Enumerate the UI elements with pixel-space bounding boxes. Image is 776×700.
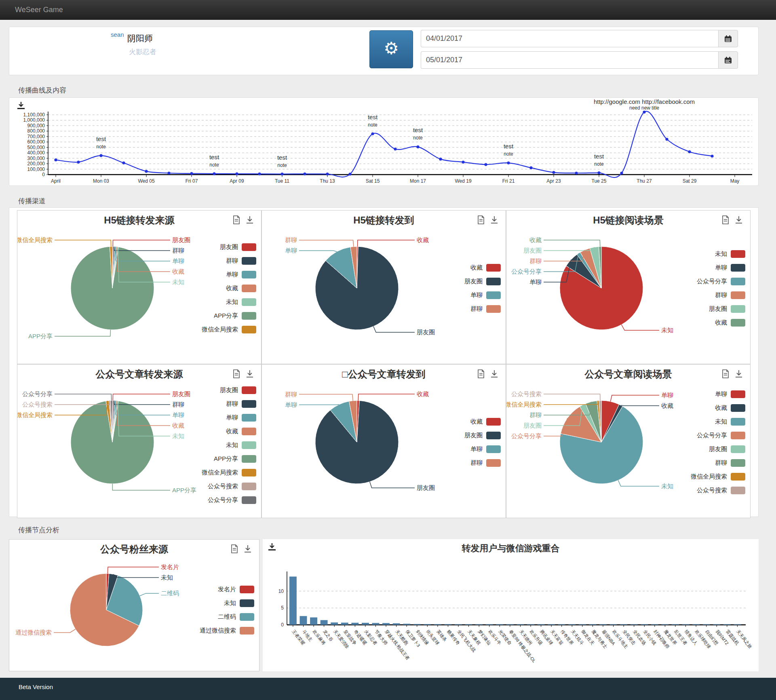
end-date-calendar-button[interactable]	[718, 51, 738, 69]
legend-item[interactable]: 公众号搜索	[202, 479, 256, 493]
legend-swatch	[731, 278, 745, 285]
legend-item[interactable]: 二维码	[200, 610, 254, 624]
download-icon[interactable]	[490, 215, 498, 224]
legend-item[interactable]: 单聊	[464, 288, 501, 302]
start-date-input[interactable]	[421, 30, 718, 47]
svg-text:need new title: need new title	[629, 105, 659, 111]
legend-item[interactable]: 公众号分享	[697, 274, 745, 288]
legend-item[interactable]: 公众号分享	[202, 493, 256, 507]
legend-item[interactable]: 群聊	[691, 456, 745, 470]
svg-text:200,000: 200,000	[27, 161, 45, 167]
svg-text:0: 0	[42, 172, 45, 177]
legend-item[interactable]: 单聊	[691, 387, 745, 401]
download-icon[interactable]	[735, 215, 743, 224]
svg-text:900,000: 900,000	[27, 123, 45, 129]
settings-button[interactable]: ⚙	[369, 30, 413, 68]
data-view-icon[interactable]	[233, 369, 240, 378]
pie-legend[interactable]: 单聊收藏未知公众号分享朋友圈群聊微信全局搜索公众号搜索	[691, 387, 745, 497]
legend-item[interactable]: 群聊	[697, 288, 745, 302]
svg-text:公众号分享: 公众号分享	[511, 432, 542, 439]
legend-item[interactable]: 未知	[202, 295, 256, 309]
pie-legend[interactable]: 发名片未知二维码通过微信搜索	[200, 582, 254, 637]
pie-legend[interactable]: 未知单聊公众号分享群聊朋友圈收藏	[697, 247, 745, 329]
legend-item[interactable]: 群聊	[202, 254, 256, 268]
legend-item[interactable]: APP分享	[202, 309, 256, 323]
legend-swatch	[486, 264, 501, 272]
legend-swatch	[731, 305, 745, 313]
svg-text:微信全局搜索: 微信全局搜索	[17, 236, 53, 243]
legend-item[interactable]: 未知	[200, 596, 254, 610]
legend-swatch	[731, 487, 745, 494]
legend-item[interactable]: 未知	[697, 247, 745, 261]
legend-item[interactable]: 朋友圈	[202, 240, 256, 254]
legend-swatch	[242, 414, 256, 422]
legend-item[interactable]: 收藏	[697, 316, 745, 329]
data-view-icon[interactable]	[477, 215, 485, 224]
legend-item[interactable]: 收藏	[202, 281, 256, 295]
download-icon[interactable]	[246, 369, 254, 378]
download-icon[interactable]	[490, 369, 498, 378]
pie-legend[interactable]: 收藏朋友圈单聊群聊	[464, 415, 501, 470]
data-view-icon[interactable]	[233, 215, 240, 224]
data-view-icon[interactable]	[477, 369, 485, 378]
panel-h5-forward-source: H5链接转发来源 朋友圈群聊单聊收藏未知微信全局搜索APP分享 朋友圈群聊单聊收…	[17, 210, 261, 364]
legend-item[interactable]: 朋友圈	[464, 274, 501, 288]
svg-text:群聊: 群聊	[529, 257, 542, 264]
data-view-icon[interactable]	[722, 369, 729, 378]
brand-link[interactable]: WeSeer Game	[15, 0, 63, 19]
legend-item[interactable]: 微信全局搜索	[691, 470, 745, 483]
legend-item[interactable]: 收藏	[464, 415, 501, 428]
data-view-icon[interactable]	[722, 215, 729, 224]
save-image-icon[interactable]	[17, 101, 25, 110]
legend-item[interactable]: 未知	[691, 415, 745, 428]
legend-item[interactable]: 收藏	[464, 261, 501, 274]
legend-item[interactable]: 公众号分享	[691, 428, 745, 442]
svg-text:群聊: 群聊	[172, 247, 184, 254]
legend-item[interactable]: 群聊	[464, 456, 501, 470]
svg-text:10: 10	[278, 588, 284, 594]
legend-item[interactable]: 朋友圈	[691, 442, 745, 456]
legend-item[interactable]: 群聊	[464, 302, 501, 316]
legend-item[interactable]: 朋友圈	[202, 383, 256, 397]
download-icon[interactable]	[735, 369, 743, 378]
legend-item[interactable]: 单聊	[202, 268, 256, 281]
start-date-calendar-button[interactable]	[718, 30, 738, 47]
legend-swatch	[242, 326, 256, 333]
legend-item[interactable]: 微信全局搜索	[202, 323, 256, 336]
pie-legend[interactable]: 朋友圈群聊单聊收藏未知APP分享微信全局搜索公众号搜索公众号分享	[202, 383, 256, 507]
legend-item[interactable]: 单聊	[202, 411, 256, 424]
legend-item[interactable]: 单聊	[697, 261, 745, 274]
data-view-icon[interactable]	[231, 544, 238, 553]
svg-text:Wed 05: Wed 05	[138, 178, 154, 184]
svg-text:单聊: 单聊	[285, 401, 297, 408]
legend-item[interactable]: 群聊	[202, 397, 256, 411]
legend-item[interactable]: APP分享	[202, 452, 256, 466]
legend-label: 公众号分享	[208, 496, 238, 504]
panel-icons	[233, 369, 254, 378]
legend-swatch	[242, 441, 256, 449]
svg-text:收藏: 收藏	[417, 390, 429, 397]
legend-item[interactable]: 收藏	[691, 401, 745, 415]
pie-legend[interactable]: 收藏朋友圈单聊群聊	[464, 261, 501, 316]
legend-item[interactable]: 通过微信搜索	[200, 624, 254, 637]
svg-text:未知: 未知	[661, 327, 673, 333]
end-date-input[interactable]	[421, 51, 718, 69]
game-overlap-bar-chart: 0510王者荣耀斗地主欢乐麻将龙之谷天天爱消除皇室战争奇迹暖暖火影忍者节奏大师穿…	[263, 555, 758, 671]
svg-text:April: April	[51, 178, 61, 184]
legend-item[interactable]: 单聊	[464, 442, 501, 456]
legend-item[interactable]: 微信全局搜索	[202, 466, 256, 479]
pie-legend[interactable]: 朋友圈群聊单聊收藏未知APP分享微信全局搜索	[202, 240, 256, 336]
game-title-secondary[interactable]: 火影忍者	[129, 47, 156, 57]
legend-item[interactable]: 收藏	[202, 424, 256, 438]
download-icon[interactable]	[246, 215, 254, 224]
legend-item[interactable]: 发名片	[200, 582, 254, 596]
download-icon[interactable]	[244, 544, 252, 553]
footer-version-label: Beta Version	[19, 683, 53, 690]
svg-text:500,000: 500,000	[27, 145, 45, 150]
legend-item[interactable]: 公众号搜索	[691, 483, 745, 497]
legend-item[interactable]: 未知	[202, 438, 256, 452]
legend-item[interactable]: 朋友圈	[464, 428, 501, 442]
svg-text:单聊: 单聊	[172, 411, 184, 418]
legend-item[interactable]: 朋友圈	[697, 302, 745, 316]
legend-swatch	[731, 390, 745, 398]
